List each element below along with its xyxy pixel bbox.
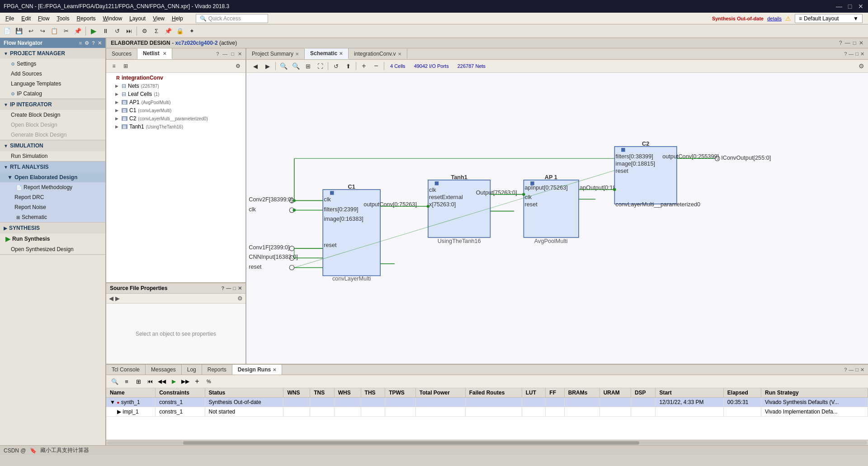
schematic-canvas[interactable]: Conv2F[38399:0] clk Conv1F[2399:0] CNNIn… — [246, 73, 868, 364]
panel-help-icon[interactable]: ? — [215, 50, 220, 57]
toolbar-settings-button[interactable]: ⚙ — [139, 26, 150, 37]
src-props-prev-btn[interactable]: ◀ — [109, 295, 113, 302]
toolbar-pin-button[interactable]: 📌 — [163, 26, 174, 37]
elab-help-icon[interactable]: ? — [839, 40, 842, 46]
menu-view[interactable]: View — [149, 14, 168, 23]
nav-section-ip-integrator-header[interactable]: ▼ IP INTEGRATOR — [0, 99, 105, 110]
nav-section-rtl-header[interactable]: ▼ RTL ANALYSIS — [0, 162, 105, 172]
tab-tcl-console[interactable]: Tcl Console — [106, 365, 146, 375]
dr-collapse-btn[interactable]: ≡ — [122, 376, 132, 386]
dr-search-btn[interactable]: 🔍 — [110, 376, 120, 386]
toolbar-step-button[interactable]: ⏸ — [100, 26, 111, 37]
sources-settings-btn[interactable]: ⚙ — [233, 61, 243, 71]
tab-design-runs-close[interactable]: ✕ — [273, 367, 276, 372]
tree-item-c1[interactable]: ▶ ▦ C1 (convLayerMulti) — [106, 106, 245, 114]
sch-io-stat[interactable]: 49042 I/O Ports — [414, 63, 449, 69]
tree-item-leaf-cells[interactable]: ▶ ⊟ Leaf Cells (1) — [106, 90, 245, 98]
toolbar-star-button[interactable]: ✦ — [186, 26, 197, 37]
nav-section-project-manager-header[interactable]: ▼ PROJECT MANAGER — [0, 48, 105, 59]
tab-netlist-close[interactable]: ✕ — [163, 51, 166, 56]
schematic-max-icon[interactable]: □ — [855, 51, 859, 57]
elab-min-icon[interactable]: — — [845, 40, 850, 46]
sch-settings-btn[interactable]: ⚙ — [859, 62, 864, 70]
schematic-min-icon[interactable]: — — [849, 51, 854, 57]
nav-subsection-open-elab[interactable]: ▼ Open Elaborated Design — [0, 172, 105, 182]
src-props-min-icon[interactable]: — — [226, 285, 231, 291]
tab-schematic-close[interactable]: ✕ — [339, 51, 343, 56]
flow-nav-help-icon[interactable]: ? — [92, 40, 95, 46]
panel-min-icon[interactable]: — — [222, 50, 228, 57]
nav-sub-report-noise[interactable]: Report Noise — [0, 202, 105, 212]
sch-add-btn[interactable]: + — [359, 61, 369, 71]
quick-access-bar[interactable]: 🔍 Quick Access — [196, 14, 268, 23]
sch-full-btn[interactable]: ⛶ — [315, 61, 326, 71]
tree-item-tanh1[interactable]: ▶ ▦ Tanh1 (UsingTheTanh16) — [106, 123, 245, 131]
toolbar-redo-button[interactable]: ↪ — [37, 26, 48, 37]
dr-expand-btn[interactable]: ⊞ — [133, 376, 143, 386]
tab-design-runs[interactable]: Design Runs ✕ — [232, 365, 282, 375]
src-props-help-icon[interactable]: ? — [222, 285, 225, 291]
menu-help[interactable]: Help — [168, 14, 187, 23]
tab-integration-conv[interactable]: integrationConv.v ✕ — [349, 49, 407, 59]
elab-close-icon[interactable]: ✕ — [859, 40, 863, 46]
bottom-min-icon[interactable]: — — [849, 367, 854, 372]
toolbar-report-button[interactable]: Σ — [151, 26, 162, 37]
maximize-button[interactable]: □ — [846, 3, 854, 10]
schematic-close-icon[interactable]: ✕ — [860, 51, 864, 57]
src-props-settings-btn[interactable]: ⚙ — [237, 295, 243, 302]
menu-window[interactable]: Window — [99, 14, 126, 23]
toolbar-copy-button[interactable]: 📋 — [49, 26, 60, 37]
bottom-close-icon[interactable]: ✕ — [860, 367, 864, 373]
sources-expand-btn[interactable]: ⊞ — [121, 61, 131, 71]
bottom-scrollbar[interactable] — [106, 440, 868, 445]
src-props-close-icon[interactable]: ✕ — [238, 285, 242, 291]
nav-item-ip-catalog[interactable]: ⚙ IP Catalog — [0, 89, 105, 99]
nav-item-open-synthesized[interactable]: Open Synthesized Design — [0, 244, 105, 254]
nav-sub-schematic[interactable]: ⊞ Schematic — [0, 212, 105, 222]
sch-zoom-out-btn[interactable]: 🔍 — [290, 61, 301, 71]
menu-layout[interactable]: Layout — [126, 14, 149, 23]
tree-item-c2[interactable]: ▶ ▦ C2 (convLayerMulti__parameterized0) — [106, 114, 245, 123]
tab-project-summary-close[interactable]: ✕ — [295, 52, 299, 57]
toolbar-new-button[interactable]: 📄 — [2, 26, 13, 37]
close-button[interactable]: ✕ — [857, 3, 864, 10]
nav-sub-report-drc[interactable]: Report DRC — [0, 192, 105, 202]
table-row-synth1[interactable]: ▼ ● synth_1 constrs_1 Synthesis Out-of-d… — [106, 398, 868, 407]
toolbar-undo-button[interactable]: ↩ — [25, 26, 36, 37]
toolbar-run-button[interactable]: ▶ — [88, 26, 99, 37]
dr-prev-btn[interactable]: ◀◀ — [157, 376, 167, 386]
elab-max-icon[interactable]: □ — [853, 40, 856, 46]
toolbar-save-button[interactable]: 💾 — [14, 26, 24, 37]
src-props-max-icon[interactable]: □ — [233, 285, 236, 291]
bottom-max-icon[interactable]: □ — [855, 367, 859, 372]
sch-nets-stat[interactable]: 226787 Nets — [458, 63, 486, 69]
flow-nav-close-icon[interactable]: ✕ — [98, 40, 102, 46]
flow-nav-collapse-icon[interactable]: ≡ — [79, 40, 82, 46]
tree-item-integration-conv[interactable]: R integrationConv — [106, 74, 245, 82]
toolbar-next-button[interactable]: ⏭ — [123, 26, 134, 37]
menu-tools[interactable]: Tools — [53, 14, 73, 23]
sch-nav-up-btn[interactable]: ⬆ — [343, 61, 354, 71]
sch-fit-btn[interactable]: ⊞ — [302, 61, 313, 71]
bottom-scrollbar-thumb[interactable] — [183, 441, 639, 445]
nav-item-run-simulation[interactable]: Run Simulation — [0, 151, 105, 161]
tab-reports[interactable]: Reports — [202, 365, 232, 375]
schematic-help-icon[interactable]: ? — [844, 51, 847, 57]
layout-dropdown[interactable]: ≡ Default Layout ▼ — [795, 14, 863, 23]
menu-file[interactable]: File — [2, 14, 18, 23]
minimize-button[interactable]: — — [835, 3, 843, 10]
nav-item-settings[interactable]: ⚙ Settings — [0, 59, 105, 69]
tab-schematic[interactable]: Schematic ✕ — [305, 48, 349, 59]
sch-cells-stat[interactable]: 4 Cells — [390, 63, 406, 69]
nav-section-synthesis-header[interactable]: ▶ SYNTHESIS — [0, 223, 105, 233]
tab-integration-conv-close[interactable]: ✕ — [398, 52, 401, 57]
tree-item-nets[interactable]: ▶ ⊟ Nets (226787) — [106, 82, 245, 90]
nav-item-add-sources[interactable]: Add Sources — [0, 69, 105, 79]
menu-edit[interactable]: Edit — [18, 14, 34, 23]
dr-run-btn[interactable]: ▶ — [169, 376, 179, 386]
sch-zoom-in-btn[interactable]: 🔍 — [278, 61, 289, 71]
nav-item-create-block[interactable]: Create Block Design — [0, 110, 105, 120]
sch-sub-btn[interactable]: − — [371, 61, 382, 71]
tab-messages[interactable]: Messages — [146, 365, 182, 375]
tab-log[interactable]: Log — [182, 365, 202, 375]
